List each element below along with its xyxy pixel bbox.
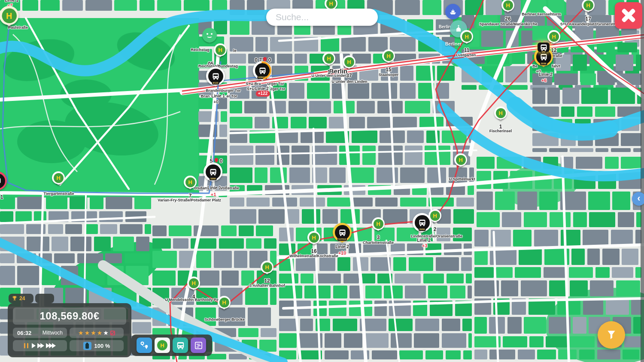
- map-label: Berlin: [439, 25, 451, 29]
- h-stop-icon: H: [327, 55, 331, 62]
- map-label: U Spittelmarkt: [449, 177, 475, 181]
- map-label: Linie 2: [417, 238, 431, 243]
- bus-stop-pin[interactable]: H: [218, 296, 231, 315]
- bus-stop-pin[interactable]: H: [307, 231, 320, 250]
- map-label: er Tor: [227, 94, 237, 98]
- map-label: Tiergartenstraße: [44, 192, 74, 196]
- bus-icon: [209, 167, 218, 176]
- bus-vehicle-pin[interactable]: 18/99: [204, 162, 222, 188]
- play-button[interactable]: [32, 343, 36, 348]
- map-label: Fischerinsel: [489, 129, 512, 133]
- map-label: +122: [256, 91, 270, 97]
- map-label: S Anhalter Bahnhof: [249, 284, 285, 288]
- h-stop-icon: H: [56, 175, 60, 181]
- money-display: 108,569.80€: [13, 307, 126, 325]
- bus-icon: [539, 52, 548, 61]
- bus-capacity-plate: 30/99: [540, 62, 547, 65]
- pause-button[interactable]: [24, 343, 28, 348]
- rating-display: ★★★★★: [70, 328, 124, 338]
- bus-capacity-plate: 18/99: [210, 177, 217, 180]
- bus-capacity-plate: 517/513: [337, 238, 347, 241]
- h-stop-icon: H: [465, 33, 468, 40]
- chevron-left-icon: ‹: [637, 194, 640, 203]
- bus-stop-pin[interactable]: H: [582, 0, 595, 18]
- map-label: Lustgarten: [456, 53, 476, 57]
- battery-value: 100 %: [94, 343, 110, 349]
- search-bar[interactable]: [266, 9, 378, 26]
- bus-stop-pin[interactable]: H: [372, 217, 385, 236]
- bus-vehicle-pin[interactable]: [0, 171, 7, 197]
- buses-button[interactable]: [173, 338, 188, 353]
- map-label: Schöneberger Brücke: [204, 318, 245, 322]
- map-label: Linie 1: [211, 94, 225, 98]
- schedule-button[interactable]: [191, 338, 206, 353]
- search-input[interactable]: [275, 12, 369, 23]
- map-label: Varian-Fry-Straße/Potsdamer Platz: [158, 198, 221, 202]
- bus-stop-pin[interactable]: H: [187, 277, 200, 295]
- map-label: Spandauer Straße/Marienkirche: [479, 22, 537, 26]
- map-label: S+U Alexanderplatz/Grunerstraß: [560, 22, 620, 26]
- routes-button[interactable]: [137, 338, 152, 353]
- bus-icon: [418, 218, 427, 227]
- rating-star-icon: ★: [91, 330, 96, 336]
- map-label: 2ger Tor: [270, 87, 285, 91]
- map-label: +10: [338, 251, 346, 256]
- bus-stop-pin[interactable]: H: [184, 176, 197, 195]
- map-label: fahrt: [552, 64, 560, 68]
- bus-capacity-plate: 6/82: [541, 51, 547, 53]
- h-stop-icon: H: [6, 11, 12, 21]
- bus-vehicle-pin[interactable]: 517/513: [333, 223, 352, 249]
- bus-depot-chip[interactable]: 6/82: [538, 43, 550, 52]
- bus-stop-pin[interactable]: H: [322, 52, 335, 71]
- map-label: Berliner Fernsehturm: [522, 12, 561, 16]
- bus-stop-pin[interactable]: H: [454, 153, 467, 172]
- h-stop-icon: H: [586, 2, 590, 9]
- map-label: Linie 1: [5, 0, 18, 3]
- bus-stop-pin[interactable]: H: [382, 49, 395, 68]
- h-stop-icon: H: [265, 264, 269, 271]
- bus-stop-pin[interactable]: H: [460, 30, 473, 49]
- filter-button[interactable]: [598, 321, 625, 349]
- map-label: Reichstag: [191, 48, 209, 52]
- clock-display: 06:32 Mittwoch: [13, 328, 67, 338]
- bus-stop-pin[interactable]: H: [494, 106, 507, 125]
- stops-button[interactable]: H: [155, 338, 170, 353]
- bus-vehicle-pin[interactable]: 0/28/123: [253, 61, 272, 87]
- fastest-forward-button[interactable]: [48, 343, 56, 348]
- close-button[interactable]: [615, 2, 642, 29]
- bus-stop-pin[interactable]: H: [261, 261, 273, 280]
- time-value: 06:32: [17, 330, 31, 336]
- marked-passenger-icon: [215, 158, 219, 163]
- trophy-icon: [12, 295, 18, 301]
- map-label: Staatsoper: [379, 73, 399, 77]
- bus-vehicle-pin[interactable]: 26/99: [413, 213, 431, 239]
- rating-star-icon: ★: [97, 330, 103, 336]
- map-label: Linie 2: [539, 73, 553, 77]
- secondary-badge[interactable]: [35, 294, 54, 303]
- bus-stop-pin[interactable]: H: [214, 43, 227, 62]
- timetable-icon: [194, 341, 204, 350]
- trophy-badge[interactable]: 24: [9, 294, 33, 303]
- marked-passenger-icon: [263, 57, 267, 62]
- bus-vehicle-pin[interactable]: 8/123: [206, 67, 225, 92]
- collapse-panel-button[interactable]: ‹: [632, 192, 644, 206]
- trophy-count: 24: [19, 295, 25, 301]
- harbor-pin[interactable]: [445, 4, 461, 19]
- h-stop-icon: H: [459, 157, 462, 163]
- side-panel-strip: [641, 0, 644, 362]
- map-label: Voßstraße: [220, 186, 239, 190]
- bus-stop-pin[interactable]: H: [343, 55, 355, 74]
- bus-capacity-plate: 26/99: [419, 228, 426, 231]
- day-value: Mittwoch: [43, 330, 63, 336]
- map-label: Berliner: [445, 42, 462, 46]
- map-label: +1: [211, 192, 216, 197]
- bus-stop-pin[interactable]: H: [501, 0, 514, 18]
- bus-stop-pin[interactable]: H: [0, 6, 19, 34]
- bus-stop-pin[interactable]: H: [52, 171, 65, 190]
- speed-controls: [13, 340, 67, 351]
- h-stop-icon: H: [386, 53, 390, 59]
- fast-forward-button[interactable]: [39, 343, 44, 348]
- map-label: Wilhelmstraße/Kochstraße: [289, 254, 338, 258]
- map-label: le: [233, 49, 237, 53]
- loading-arc-icon: [249, 58, 275, 83]
